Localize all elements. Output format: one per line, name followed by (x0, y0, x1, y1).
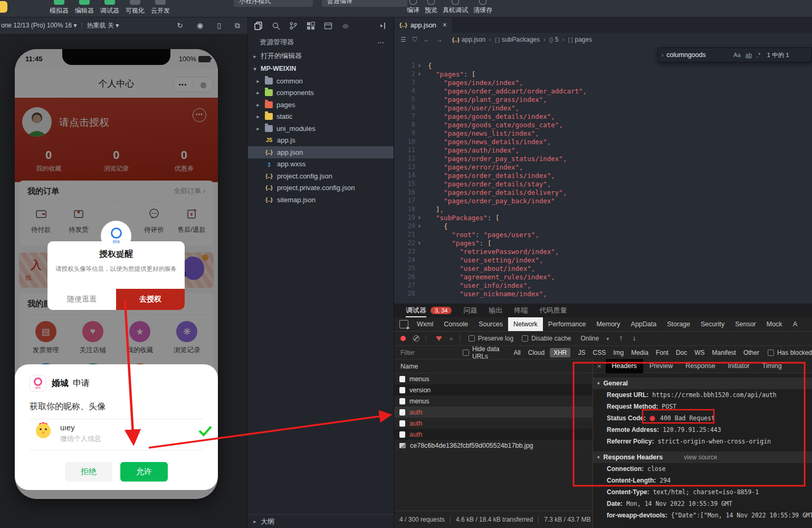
detail-tab-Headers[interactable]: Headers (606, 359, 643, 373)
nav-back-icon[interactable]: ← (424, 36, 430, 43)
devtools-tab-AppData[interactable]: AppData (626, 317, 662, 332)
window-icon[interactable] (324, 22, 332, 30)
toolbar-button-预览[interactable]: 预览 (425, 0, 437, 15)
detail-tab-Initiator[interactable]: Initiator (722, 359, 756, 373)
device-frame-icon[interactable]: ▯ (217, 21, 221, 30)
panel-tab-调试器[interactable]: 调试器 (406, 304, 426, 317)
git-branch-icon[interactable] (289, 22, 298, 30)
toolbar-button-编译[interactable]: 编译 (407, 0, 419, 15)
devtools-tab-Mock[interactable]: Mock (761, 317, 788, 332)
match-case-icon[interactable]: Aa (733, 52, 740, 58)
element-picker-icon[interactable] (399, 320, 408, 328)
tab-app-json[interactable]: {..} app.json × (394, 17, 452, 33)
request-list-header[interactable]: Name (394, 359, 593, 373)
devtools-tab-Security[interactable]: Security (695, 317, 730, 332)
panel-tab-代码质量[interactable]: 代码质量 (539, 304, 567, 317)
devtools-tab-Console[interactable]: Console (438, 317, 473, 332)
toolbar-button-编辑器[interactable]: 编辑器 (72, 0, 97, 15)
hide-data-urls-checkbox[interactable] (463, 350, 469, 356)
tree-item-common[interactable]: ▸common (248, 75, 394, 87)
tree-item-app.json[interactable]: {..}app.json (248, 146, 394, 158)
extensions-icon[interactable] (307, 22, 315, 30)
request-row-menus[interactable]: menus (394, 373, 593, 384)
response-headers-section-header[interactable]: ▾ Response Headers view source (593, 451, 812, 463)
filter-chip-Other[interactable]: Other (743, 349, 759, 356)
has-blocked-checkbox[interactable] (768, 350, 774, 356)
filter-funnel-icon[interactable] (436, 336, 442, 341)
go-authorize-button[interactable]: 去授权 (116, 289, 185, 310)
outline-section[interactable]: ▸ 大纲 (248, 514, 394, 528)
tree-item-app.js[interactable]: JSapp.js (248, 135, 394, 147)
request-row-auth[interactable]: auth (394, 429, 593, 440)
clear-icon[interactable] (413, 335, 419, 342)
preserve-log-checkbox[interactable] (469, 335, 475, 342)
expand-search-icon[interactable]: › (662, 52, 663, 58)
search-icon[interactable]: ⌕ (450, 335, 453, 342)
filter-chip-Font[interactable]: Font (656, 349, 668, 356)
devtools-tab-Performance[interactable]: Performance (543, 317, 591, 332)
general-section-header[interactable]: ▾ General (593, 378, 812, 389)
whole-word-icon[interactable]: ab (746, 52, 752, 58)
import-har-icon[interactable]: ⭡ (619, 335, 622, 342)
device-select[interactable]: one 12/13 (Pro) 100% 16 ▾ (1, 22, 77, 29)
compile-mode-select[interactable]: 普通编译 (322, 0, 407, 7)
collapse-sidebar-icon[interactable] (379, 22, 387, 30)
filter-chip-Cloud[interactable]: Cloud (528, 349, 544, 356)
refresh-icon[interactable]: ↻ (177, 21, 183, 30)
panel-tab-输出[interactable]: 输出 (489, 304, 502, 317)
fold-icon[interactable]: ∨ (415, 240, 424, 246)
filter-chip-XHR[interactable]: XHR (550, 348, 570, 357)
files-icon[interactable] (254, 22, 263, 30)
close-tab-icon[interactable]: × (443, 21, 447, 29)
filter-chip-Media[interactable]: Media (631, 349, 648, 356)
cloud-tool-icon[interactable] (341, 22, 350, 30)
more-actions-icon[interactable]: ⋯ (377, 39, 384, 46)
filter-chip-Img[interactable]: Img (613, 349, 624, 356)
export-har-icon[interactable]: ⭣ (633, 335, 635, 342)
stop-icon[interactable]: ◉ (197, 21, 203, 30)
float-window-icon[interactable]: ⧉ (235, 21, 240, 30)
toolbar-button-调试器[interactable]: 调试器 (97, 0, 122, 15)
tree-item-project.private.config.json[interactable]: {..}project.private.config.json (248, 182, 394, 194)
devtools-tab-Storage[interactable]: Storage (662, 317, 695, 332)
fold-icon[interactable]: ∨ (415, 223, 424, 229)
panel-tab-终端[interactable]: 终端 (514, 304, 528, 317)
devtools-tab-Sources[interactable]: Sources (473, 317, 508, 332)
request-row-auth[interactable]: auth (394, 407, 593, 418)
open-editors-section[interactable]: ▸ 打开的编辑器 (248, 50, 394, 62)
tree-item-uni_modules[interactable]: ▸uni_modules (248, 122, 394, 135)
close-detail-icon[interactable]: × (597, 362, 601, 370)
record-icon[interactable] (400, 336, 406, 341)
allow-button[interactable]: 允许 (120, 462, 168, 482)
tree-item-sitemap.json[interactable]: {..}sitemap.json (248, 194, 394, 206)
tree-item-project.config.json[interactable]: {..}project.config.json (248, 170, 394, 182)
fold-icon[interactable]: ∨ (415, 215, 424, 220)
devtools-tab-Sensor[interactable]: Sensor (730, 317, 761, 332)
toolbar-button-云开发[interactable]: 云开发 (148, 0, 173, 15)
breadcrumb-item-5[interactable]: {}5 (549, 36, 559, 43)
filter-chip-JS[interactable]: JS (578, 349, 585, 356)
throttling-select[interactable]: Online ▾ (580, 335, 609, 342)
deny-button[interactable]: 拒绝 (65, 462, 112, 482)
code-editor[interactable]: 1∨{2∨ "pages": [3 "pages/index/index",4 … (394, 46, 812, 304)
filter-chip-Manifest[interactable]: Manifest (712, 349, 736, 356)
browse-around-button[interactable]: 随便逛逛 (47, 289, 116, 310)
request-row-menus[interactable]: menus (394, 395, 593, 407)
devtools-tab-Wxml[interactable]: Wxml (412, 317, 438, 332)
tree-item-static[interactable]: ▸static (248, 111, 394, 123)
fold-icon[interactable]: ∨ (415, 71, 424, 77)
panel-tab-问题[interactable]: 问题 (463, 304, 477, 317)
devtools-tab-Memory[interactable]: Memory (591, 317, 625, 332)
filter-chip-All[interactable]: All (513, 349, 520, 356)
request-row-version[interactable]: version (394, 384, 593, 395)
menu-icon[interactable]: ☰ (400, 36, 406, 43)
tree-item-app.wxss[interactable]: ʒapp.wxss (248, 158, 394, 171)
breadcrumb-item-app.json[interactable]: {..}app.json (452, 36, 485, 43)
toolbar-button-真机调试[interactable]: 真机调试 (443, 0, 468, 15)
tree-item-components[interactable]: ▸components (248, 87, 394, 99)
regex-icon[interactable]: .* (757, 52, 760, 58)
detail-tab-Response[interactable]: Response (679, 359, 721, 373)
tree-item-pages[interactable]: ▸pages (248, 99, 394, 111)
breadcrumb-item-subPackages[interactable]: [ ]subPackages (495, 36, 540, 43)
search-input[interactable]: columngoods (666, 51, 729, 59)
